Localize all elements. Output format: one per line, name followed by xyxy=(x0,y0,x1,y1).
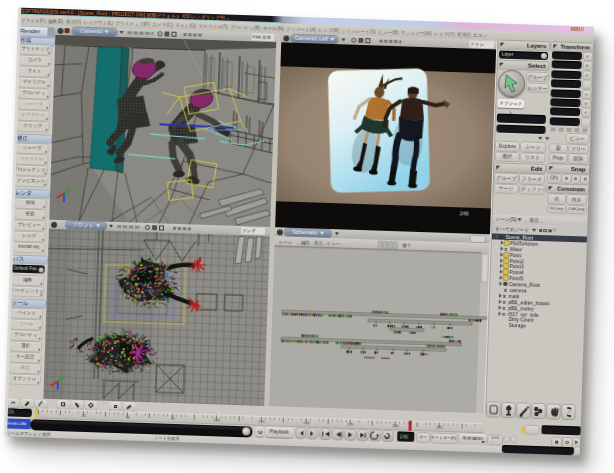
svg-text:246: 246 xyxy=(460,210,469,216)
